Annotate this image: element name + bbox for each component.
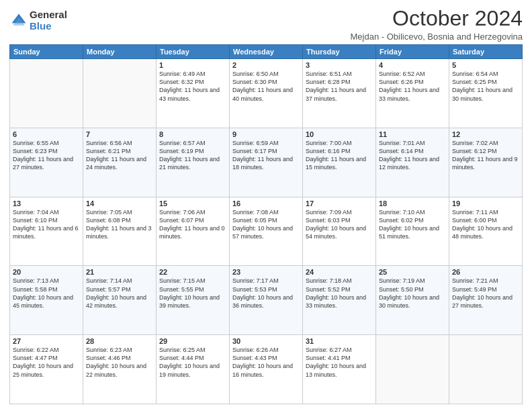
sunrise-text: Sunrise: 7:08 AM <box>232 209 279 216</box>
weekday-header-saturday: Saturday <box>449 45 523 59</box>
day-info: Sunrise: 7:09 AMSunset: 6:03 PMDaylight:… <box>306 208 373 241</box>
daylight-text: Daylight: 10 hours and 13 minutes. <box>306 363 366 377</box>
daylight-text: Daylight: 11 hours and 9 minutes. <box>452 156 518 171</box>
day-number: 30 <box>232 337 300 345</box>
day-number: 18 <box>379 199 446 208</box>
sunset-text: Sunset: 6:30 PM <box>232 79 277 85</box>
day-info: Sunrise: 6:27 AMSunset: 4:41 PMDaylight:… <box>306 346 373 379</box>
sunset-text: Sunset: 6:26 PM <box>379 79 424 85</box>
day-number: 31 <box>306 337 373 345</box>
sunrise-text: Sunrise: 7:19 AM <box>379 277 425 284</box>
sunrise-text: Sunrise: 7:04 AM <box>13 209 59 216</box>
day-info: Sunrise: 6:51 AMSunset: 6:28 PMDaylight:… <box>306 70 373 103</box>
sunset-text: Sunset: 5:49 PM <box>452 286 497 293</box>
day-cell-12: 12Sunrise: 7:02 AMSunset: 6:12 PMDayligh… <box>449 128 523 197</box>
weekday-header-wednesday: Wednesday <box>230 45 303 59</box>
daylight-text: Daylight: 10 hours and 19 minutes. <box>159 363 220 377</box>
day-cell-27: 27Sunrise: 6:22 AMSunset: 4:47 PMDayligh… <box>10 335 83 404</box>
weekday-header-sunday: Sunday <box>10 45 83 59</box>
empty-cell <box>10 59 83 128</box>
day-number: 6 <box>13 130 80 138</box>
day-number: 4 <box>379 61 446 69</box>
day-number: 28 <box>86 337 153 345</box>
week-row-1: 1Sunrise: 6:49 AMSunset: 6:32 PMDaylight… <box>10 59 523 128</box>
daylight-text: Daylight: 10 hours and 27 minutes. <box>452 294 513 309</box>
day-number: 17 <box>306 199 373 208</box>
day-number: 22 <box>159 268 226 276</box>
day-info: Sunrise: 6:26 AMSunset: 4:43 PMDaylight:… <box>232 346 300 379</box>
day-cell-30: 30Sunrise: 6:26 AMSunset: 4:43 PMDayligh… <box>230 335 303 404</box>
sunset-text: Sunset: 5:52 PM <box>306 286 351 293</box>
day-cell-4: 4Sunrise: 6:52 AMSunset: 6:26 PMDaylight… <box>376 59 449 128</box>
day-info: Sunrise: 6:59 AMSunset: 6:17 PMDaylight:… <box>232 139 300 172</box>
daylight-text: Daylight: 10 hours and 39 minutes. <box>159 294 220 309</box>
day-cell-14: 14Sunrise: 7:05 AMSunset: 6:08 PMDayligh… <box>83 197 157 266</box>
sunrise-text: Sunrise: 6:57 AM <box>159 140 206 146</box>
sunset-text: Sunset: 4:47 PM <box>13 355 58 361</box>
week-row-3: 13Sunrise: 7:04 AMSunset: 6:10 PMDayligh… <box>10 197 523 266</box>
sunset-text: Sunset: 6:00 PM <box>452 217 497 224</box>
sunset-text: Sunset: 6:16 PM <box>306 148 351 154</box>
weekday-header-friday: Friday <box>376 45 449 59</box>
day-number: 11 <box>379 130 446 138</box>
sunset-text: Sunset: 6:17 PM <box>232 148 277 154</box>
day-cell-21: 21Sunrise: 7:14 AMSunset: 5:57 PMDayligh… <box>83 266 157 335</box>
day-info: Sunrise: 6:54 AMSunset: 6:25 PMDaylight:… <box>452 70 519 103</box>
day-cell-22: 22Sunrise: 7:15 AMSunset: 5:55 PMDayligh… <box>157 266 230 335</box>
day-number: 26 <box>452 268 519 276</box>
day-info: Sunrise: 6:56 AMSunset: 6:21 PMDaylight:… <box>86 139 153 172</box>
sunrise-text: Sunrise: 6:54 AM <box>452 71 498 77</box>
logo-blue-text: Blue <box>30 21 67 32</box>
sunrise-text: Sunrise: 7:15 AM <box>159 277 206 284</box>
weekday-header-thursday: Thursday <box>303 45 376 59</box>
day-cell-29: 29Sunrise: 6:25 AMSunset: 4:44 PMDayligh… <box>157 335 230 404</box>
sunset-text: Sunset: 4:43 PM <box>232 355 277 361</box>
day-number: 12 <box>452 130 519 138</box>
weekday-header-tuesday: Tuesday <box>157 45 230 59</box>
page: General Blue October 2024 Mejdan - Obili… <box>0 0 532 411</box>
sunset-text: Sunset: 6:05 PM <box>232 217 277 224</box>
daylight-text: Daylight: 10 hours and 57 minutes. <box>232 225 293 240</box>
sunset-text: Sunset: 6:12 PM <box>452 148 497 154</box>
daylight-text: Daylight: 11 hours and 24 minutes. <box>86 156 146 171</box>
day-info: Sunrise: 6:50 AMSunset: 6:30 PMDaylight:… <box>232 70 300 103</box>
weekday-header-monday: Monday <box>83 45 157 59</box>
daylight-text: Daylight: 11 hours and 3 minutes. <box>86 225 152 240</box>
sunrise-text: Sunrise: 6:49 AM <box>159 71 206 77</box>
day-info: Sunrise: 7:05 AMSunset: 6:08 PMDaylight:… <box>86 208 153 241</box>
sunrise-text: Sunrise: 6:25 AM <box>159 347 206 353</box>
sunset-text: Sunset: 6:19 PM <box>159 148 204 154</box>
day-number: 27 <box>13 337 80 345</box>
sunrise-text: Sunrise: 6:56 AM <box>86 140 132 146</box>
day-info: Sunrise: 7:11 AMSunset: 6:00 PMDaylight:… <box>452 208 519 241</box>
day-info: Sunrise: 7:00 AMSunset: 6:16 PMDaylight:… <box>306 139 373 172</box>
weekday-header-row: SundayMondayTuesdayWednesdayThursdayFrid… <box>10 45 523 59</box>
day-cell-24: 24Sunrise: 7:18 AMSunset: 5:52 PMDayligh… <box>303 266 376 335</box>
sunrise-text: Sunrise: 6:55 AM <box>13 140 59 146</box>
day-info: Sunrise: 7:06 AMSunset: 6:07 PMDaylight:… <box>159 208 226 241</box>
sunrise-text: Sunrise: 7:00 AM <box>306 140 352 146</box>
daylight-text: Daylight: 10 hours and 54 minutes. <box>306 225 366 240</box>
sunrise-text: Sunrise: 7:02 AM <box>452 140 498 146</box>
day-cell-20: 20Sunrise: 7:13 AMSunset: 5:58 PMDayligh… <box>10 266 83 335</box>
daylight-text: Daylight: 10 hours and 42 minutes. <box>86 294 146 309</box>
sunrise-text: Sunrise: 7:09 AM <box>306 209 352 216</box>
sunset-text: Sunset: 6:23 PM <box>13 148 58 154</box>
sunset-text: Sunset: 5:58 PM <box>13 286 58 293</box>
day-cell-23: 23Sunrise: 7:17 AMSunset: 5:53 PMDayligh… <box>230 266 303 335</box>
day-cell-19: 19Sunrise: 7:11 AMSunset: 6:00 PMDayligh… <box>449 197 523 266</box>
empty-cell <box>376 335 449 404</box>
daylight-text: Daylight: 11 hours and 15 minutes. <box>306 156 366 171</box>
daylight-text: Daylight: 10 hours and 25 minutes. <box>13 363 73 377</box>
daylight-text: Daylight: 11 hours and 27 minutes. <box>13 156 73 171</box>
daylight-text: Daylight: 10 hours and 48 minutes. <box>452 225 513 240</box>
day-cell-7: 7Sunrise: 6:56 AMSunset: 6:21 PMDaylight… <box>83 128 157 197</box>
sunrise-text: Sunrise: 7:17 AM <box>232 277 279 284</box>
sunrise-text: Sunrise: 7:05 AM <box>86 209 132 216</box>
sunrise-text: Sunrise: 6:26 AM <box>232 347 279 353</box>
day-info: Sunrise: 7:21 AMSunset: 5:49 PMDaylight:… <box>452 277 519 310</box>
empty-cell <box>83 59 157 128</box>
day-info: Sunrise: 7:10 AMSunset: 6:02 PMDaylight:… <box>379 208 446 241</box>
sunrise-text: Sunrise: 7:06 AM <box>159 209 206 216</box>
day-info: Sunrise: 7:08 AMSunset: 6:05 PMDaylight:… <box>232 208 300 241</box>
